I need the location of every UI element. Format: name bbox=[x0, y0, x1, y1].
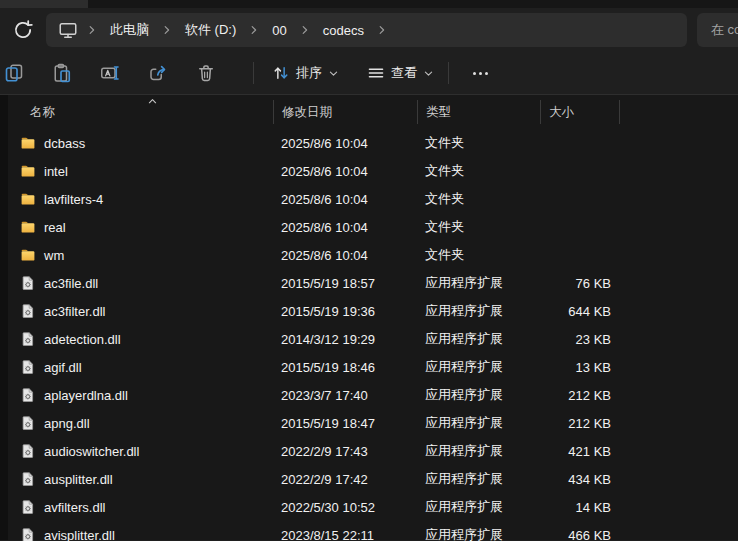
folder-icon bbox=[20, 219, 36, 235]
dll-file-icon bbox=[20, 471, 36, 487]
file-size: 13 KB bbox=[540, 360, 619, 375]
chevron-down-icon bbox=[328, 68, 339, 79]
folder-icon bbox=[20, 247, 36, 263]
file-type: 应用程序扩展 bbox=[417, 302, 540, 320]
file-size: 76 KB bbox=[540, 276, 619, 291]
rename-icon bbox=[100, 63, 120, 83]
file-type: 应用程序扩展 bbox=[417, 274, 540, 292]
table-row[interactable]: avisplitter.dll 2023/8/15 22:11 应用程序扩展 4… bbox=[8, 521, 738, 541]
file-date-modified: 2025/8/6 10:04 bbox=[273, 192, 417, 207]
delete-button[interactable] bbox=[192, 57, 220, 89]
chevron-right-icon bbox=[82, 22, 102, 38]
file-date-modified: 2023/3/7 17:40 bbox=[273, 388, 417, 403]
file-type: 应用程序扩展 bbox=[417, 470, 540, 488]
chevron-right-icon bbox=[372, 22, 392, 38]
file-type: 应用程序扩展 bbox=[417, 358, 540, 376]
file-name: ac3file.dll bbox=[44, 276, 98, 291]
table-row[interactable]: ausplitter.dll 2022/2/9 17:42 应用程序扩展 434… bbox=[8, 465, 738, 493]
column-header-size[interactable]: 大小 bbox=[540, 100, 619, 124]
copy-icon bbox=[4, 63, 24, 83]
file-type: 应用程序扩展 bbox=[417, 442, 540, 460]
table-row[interactable]: lavfilters-4 2025/8/6 10:04 文件夹 bbox=[8, 185, 738, 213]
file-size: 212 KB bbox=[540, 416, 619, 431]
view-button-label: 查看 bbox=[391, 64, 417, 82]
column-header-date[interactable]: 修改日期 bbox=[273, 100, 417, 124]
column-header-type[interactable]: 类型 bbox=[417, 100, 540, 124]
file-name: audioswitcher.dll bbox=[44, 444, 139, 459]
dll-file-icon bbox=[20, 527, 36, 541]
dll-file-icon bbox=[20, 359, 36, 375]
file-type: 文件夹 bbox=[417, 218, 540, 236]
search-box[interactable]: 在 codecs 中搜索 bbox=[697, 13, 738, 47]
view-button[interactable]: 查看 bbox=[361, 58, 440, 88]
table-row[interactable]: real 2025/8/6 10:04 文件夹 bbox=[8, 213, 738, 241]
more-options-button[interactable] bbox=[463, 58, 497, 88]
table-row[interactable]: intel 2025/8/6 10:04 文件夹 bbox=[8, 157, 738, 185]
titlebar-strip bbox=[0, 0, 738, 8]
table-row[interactable]: ac3filter.dll 2015/5/19 19:36 应用程序扩展 644… bbox=[8, 297, 738, 325]
sort-ascending-caret-icon bbox=[147, 96, 158, 107]
dll-file-icon bbox=[20, 303, 36, 319]
file-date-modified: 2022/5/30 10:52 bbox=[273, 500, 417, 515]
file-list-area: 名称 修改日期 类型 大小 dcba bbox=[0, 95, 738, 540]
address-bar[interactable]: 此电脑 软件 (D:) 00 codecs bbox=[46, 13, 687, 47]
copy-button[interactable] bbox=[0, 57, 28, 89]
table-row[interactable]: agif.dll 2015/5/19 18:46 应用程序扩展 13 KB bbox=[8, 353, 738, 381]
file-date-modified: 2015/5/19 18:46 bbox=[273, 360, 417, 375]
rename-button[interactable] bbox=[96, 57, 124, 89]
table-row[interactable]: dcbass 2025/8/6 10:04 文件夹 bbox=[8, 129, 738, 157]
file-size: 212 KB bbox=[540, 388, 619, 403]
column-headers: 名称 修改日期 类型 大小 bbox=[8, 95, 738, 129]
file-date-modified: 2015/5/19 18:47 bbox=[273, 416, 417, 431]
folder-icon bbox=[20, 135, 36, 151]
table-row[interactable]: aplayerdlna.dll 2023/3/7 17:40 应用程序扩展 21… bbox=[8, 381, 738, 409]
file-name: avisplitter.dll bbox=[44, 528, 115, 541]
sort-button-label: 排序 bbox=[296, 64, 322, 82]
view-lines-icon bbox=[367, 64, 385, 82]
dll-file-icon bbox=[20, 331, 36, 347]
dll-file-icon bbox=[20, 499, 36, 515]
table-row[interactable]: audioswitcher.dll 2022/2/9 17:43 应用程序扩展 … bbox=[8, 437, 738, 465]
dll-file-icon bbox=[20, 415, 36, 431]
file-type: 文件夹 bbox=[417, 190, 540, 208]
file-size: 644 KB bbox=[540, 304, 619, 319]
dll-file-icon bbox=[20, 275, 36, 291]
file-name: ausplitter.dll bbox=[44, 472, 113, 487]
refresh-button[interactable] bbox=[6, 14, 40, 46]
file-date-modified: 2015/5/19 18:57 bbox=[273, 276, 417, 291]
active-tab-remnant bbox=[0, 0, 88, 8]
breadcrumb: 此电脑 软件 (D:) 00 codecs bbox=[102, 18, 392, 42]
file-name: dcbass bbox=[44, 136, 85, 151]
file-type: 应用程序扩展 bbox=[417, 414, 540, 432]
file-explorer-window: 此电脑 软件 (D:) 00 codecs 在 codecs 中搜索 bbox=[0, 0, 738, 541]
breadcrumb-item[interactable]: codecs bbox=[315, 20, 372, 41]
breadcrumb-item[interactable]: 00 bbox=[264, 20, 294, 41]
toolbar-separator bbox=[253, 62, 254, 84]
file-type: 文件夹 bbox=[417, 134, 540, 152]
file-name: real bbox=[44, 220, 66, 235]
toolbar-separator bbox=[448, 62, 449, 84]
column-header-name[interactable]: 名称 bbox=[8, 100, 273, 124]
breadcrumb-item[interactable]: 软件 (D:) bbox=[177, 18, 244, 42]
table-row[interactable]: apng.dll 2015/5/19 18:47 应用程序扩展 212 KB bbox=[8, 409, 738, 437]
file-size: 434 KB bbox=[540, 472, 619, 487]
refresh-icon bbox=[12, 19, 34, 41]
this-pc-icon bbox=[58, 20, 78, 40]
table-row[interactable]: ac3file.dll 2015/5/19 18:57 应用程序扩展 76 KB bbox=[8, 269, 738, 297]
share-icon bbox=[148, 63, 168, 83]
table-row[interactable]: adetection.dll 2014/3/12 19:29 应用程序扩展 23… bbox=[8, 325, 738, 353]
chevron-right-icon bbox=[157, 22, 177, 38]
delete-icon bbox=[196, 63, 216, 83]
table-row[interactable]: wm 2025/8/6 10:04 文件夹 bbox=[8, 241, 738, 269]
folder-icon bbox=[20, 163, 36, 179]
file-type: 应用程序扩展 bbox=[417, 526, 540, 541]
paste-button[interactable] bbox=[48, 57, 76, 89]
share-button[interactable] bbox=[144, 57, 172, 89]
file-date-modified: 2025/8/6 10:04 bbox=[273, 136, 417, 151]
file-name: agif.dll bbox=[44, 360, 82, 375]
breadcrumb-item[interactable]: 此电脑 bbox=[102, 18, 157, 42]
sort-button[interactable]: 排序 bbox=[266, 58, 345, 88]
table-row[interactable]: avfilters.dll 2022/5/30 10:52 应用程序扩展 14 … bbox=[8, 493, 738, 521]
file-date-modified: 2023/8/15 22:11 bbox=[273, 528, 417, 541]
chevron-down-icon bbox=[423, 68, 434, 79]
